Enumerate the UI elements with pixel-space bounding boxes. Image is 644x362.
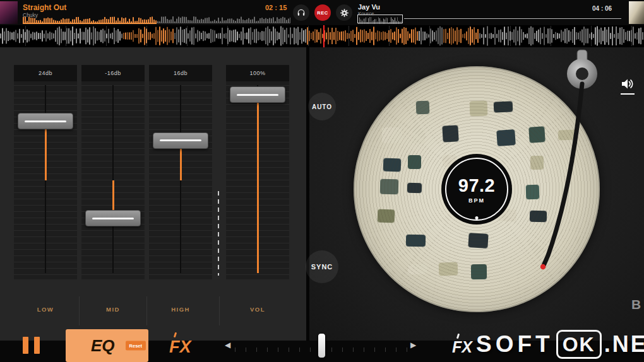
crossfader-left-arrow[interactable]: ◀ bbox=[225, 341, 230, 349]
eq-mixer-panel: 24db -16db 16db 100% LOW bbox=[0, 47, 306, 341]
eq-slider-mid-track[interactable] bbox=[81, 85, 145, 276]
eq-slider-low-value: 24db bbox=[14, 65, 77, 81]
fx-tab-button[interactable]: FX bbox=[169, 332, 191, 357]
band-divider bbox=[219, 296, 220, 325]
pause-button[interactable] bbox=[23, 337, 40, 354]
deck-b-fx-label: FX bbox=[452, 338, 472, 356]
top-bar: Straight Out Chuky 02 : 15 REC Jay Vu Ko… bbox=[0, 0, 644, 25]
deck-b-time: 04 : 06 bbox=[592, 5, 612, 12]
crossfader-right-arrow[interactable]: ▶ bbox=[410, 341, 416, 349]
slider-fill bbox=[257, 95, 259, 273]
eq-tab-button[interactable]: EQ Reset bbox=[66, 329, 148, 362]
eq-slider-low-track[interactable] bbox=[14, 85, 77, 276]
eq-tab-label: EQ bbox=[91, 336, 115, 356]
watermark-text-boxed: OK bbox=[556, 330, 602, 359]
eq-slider-high-value: 16db bbox=[149, 65, 212, 81]
band-label-high: HIGH bbox=[149, 306, 212, 313]
sync-button[interactable]: SYNC bbox=[306, 250, 338, 283]
eq-slider-low-handle[interactable] bbox=[18, 113, 73, 129]
deck-b-album-art bbox=[629, 1, 644, 24]
headphone-icon bbox=[297, 8, 306, 17]
band-divider bbox=[79, 296, 80, 325]
eq-slider-mid: -16db bbox=[81, 65, 145, 279]
platter-marker-dot bbox=[475, 216, 479, 219]
bpm-unit-label: BPM bbox=[468, 197, 485, 204]
sync-button-label: SYNC bbox=[311, 263, 333, 271]
eq-slider-high-track[interactable] bbox=[149, 85, 212, 276]
bpm-display: 97.2 BPM bbox=[441, 154, 512, 225]
band-divider bbox=[146, 296, 147, 325]
eq-slider-mid-handle[interactable] bbox=[85, 210, 141, 226]
deck-a-time: 02 : 15 bbox=[265, 4, 287, 11]
record-button[interactable]: REC bbox=[314, 4, 331, 21]
volume-button[interactable] bbox=[619, 76, 636, 95]
fx-tab-label: FX bbox=[169, 337, 191, 356]
volume-slider-value: 100% bbox=[226, 65, 289, 81]
watermark-text-right: .NET bbox=[604, 331, 644, 358]
bpm-value: 97.2 bbox=[458, 175, 495, 196]
turntable-platter[interactable]: 97.2 BPM bbox=[354, 66, 600, 312]
record-button-label: REC bbox=[317, 10, 328, 16]
band-label-low: LOW bbox=[14, 306, 77, 313]
deck-letter: B bbox=[631, 297, 641, 312]
crossfader-handle[interactable] bbox=[318, 333, 326, 358]
volume-slider-handle[interactable] bbox=[230, 86, 285, 103]
waveform-strip[interactable] bbox=[0, 25, 644, 47]
deck-b-turntable-panel: 97.2 BPM AUTO SYNC B bbox=[309, 47, 644, 341]
settings-gear-button[interactable] bbox=[336, 4, 352, 21]
speaker-icon bbox=[620, 76, 635, 91]
eq-slider-mid-value: -16db bbox=[81, 65, 145, 81]
watermark: SOFT OK .NET bbox=[476, 329, 644, 360]
volume-underline bbox=[621, 93, 635, 95]
eq-slider-low: 24db bbox=[14, 65, 77, 279]
eq-slider-high-handle[interactable] bbox=[153, 132, 208, 149]
deck-a-track-title: Straight Out bbox=[23, 3, 66, 12]
slider-fill bbox=[45, 121, 47, 180]
vol-section-dashed-divider bbox=[218, 191, 219, 276]
deck-b-fx-button[interactable]: FX bbox=[452, 334, 472, 356]
eq-slider-high: 16db bbox=[149, 65, 212, 279]
eq-reset-button[interactable]: Reset bbox=[126, 341, 146, 351]
slider-groove bbox=[112, 85, 114, 273]
deck-b-progress-waveform[interactable] bbox=[357, 15, 403, 23]
deck-b-track-title: Jay Vu bbox=[358, 3, 380, 11]
auto-button[interactable]: AUTO bbox=[308, 93, 336, 120]
headphone-cue-button[interactable] bbox=[293, 4, 309, 21]
volume-slider-track[interactable] bbox=[226, 85, 289, 276]
band-label-mid: MID bbox=[81, 306, 145, 313]
deck-a-progress-waveform[interactable] bbox=[23, 16, 290, 24]
deck-b-progress-line[interactable] bbox=[404, 18, 621, 19]
band-label-vol: VOL bbox=[226, 306, 289, 313]
volume-slider: 100% bbox=[226, 65, 289, 279]
deck-b-mini-waveform-canvas bbox=[358, 16, 402, 24]
auto-button-label: AUTO bbox=[312, 103, 332, 110]
watermark-text-left: SOFT bbox=[476, 331, 554, 358]
fx-spark-icon bbox=[174, 332, 177, 338]
gear-icon bbox=[340, 8, 349, 18]
deck-a-album-art bbox=[0, 1, 18, 24]
